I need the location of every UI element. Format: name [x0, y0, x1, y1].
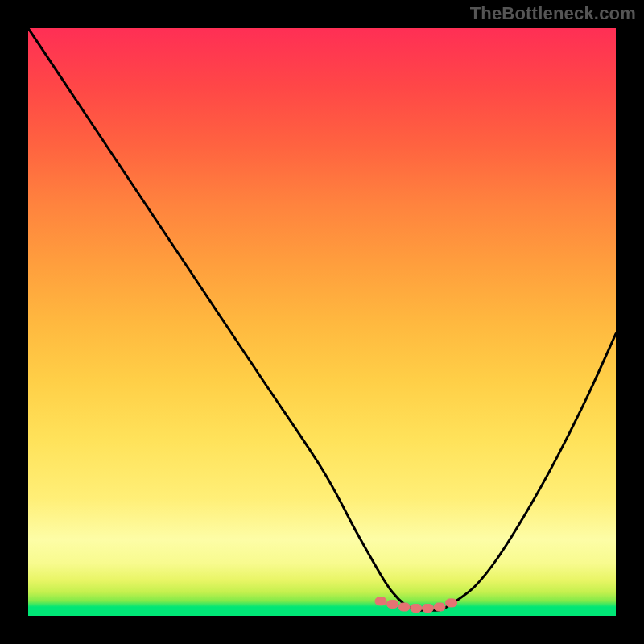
chart-frame: TheBottleneck.com — [0, 0, 644, 644]
optimal-range-markers — [375, 597, 457, 613]
bottleneck-curve — [28, 28, 616, 610]
optimal-marker — [434, 603, 445, 611]
optimal-marker — [375, 597, 386, 605]
optimal-marker — [398, 603, 410, 611]
watermark-text: TheBottleneck.com — [470, 3, 636, 24]
plot-area — [28, 28, 616, 616]
optimal-marker — [446, 599, 457, 607]
optimal-marker — [387, 600, 398, 608]
bottleneck-curve-svg — [28, 28, 616, 616]
optimal-marker — [411, 605, 422, 613]
optimal-marker — [422, 605, 433, 613]
